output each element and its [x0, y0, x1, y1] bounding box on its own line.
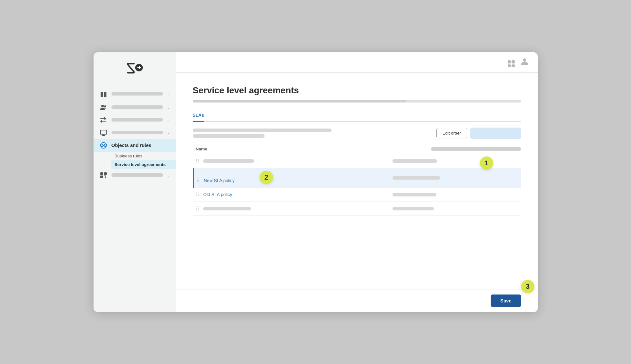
- row-extra-placeholder4: [393, 207, 434, 210]
- sla-policy-link-old[interactable]: Old SLA policy: [203, 192, 232, 197]
- nav-bar-channels: [111, 118, 163, 122]
- table-row: ⠿: [193, 202, 521, 215]
- sidebar-item-channels[interactable]: ⌄: [94, 114, 176, 126]
- edit-order-button[interactable]: Edit order: [436, 128, 467, 138]
- row-extra-placeholder: [393, 193, 436, 196]
- table-row: ⠿: [193, 154, 521, 168]
- sidebar-nav: ▮▮ ⌄ ⌄: [94, 87, 176, 308]
- table-row: ⠿ Old SLA policy: [193, 188, 521, 202]
- tabs: SLAs: [193, 109, 521, 122]
- progress-bar-fill: [193, 100, 406, 103]
- sidebar-item-people[interactable]: ⌄: [94, 101, 176, 114]
- people-icon: [99, 104, 108, 110]
- table-description: [193, 129, 432, 138]
- sidebar-item-apps[interactable]: ⌄: [94, 169, 176, 182]
- add-sla-button-placeholder[interactable]: [470, 128, 521, 139]
- row-extra-new-sla: [390, 168, 521, 188]
- svg-rect-13: [105, 175, 106, 177]
- chevron-icon: ⌄: [167, 173, 170, 177]
- svg-rect-1: [127, 72, 135, 73]
- sub-nav: Business rules Service level agreements: [94, 152, 176, 169]
- main-content: 1 Service level agreements SLAs Edi: [176, 52, 538, 312]
- page-title: Service level agreements: [193, 85, 521, 96]
- nav-bar-people: [111, 105, 163, 109]
- sidebar: ▮▮ ⌄ ⌄: [94, 52, 176, 312]
- apps-icon: [99, 172, 108, 178]
- svg-point-7: [104, 144, 107, 147]
- drag-handle[interactable]: ⠿: [196, 178, 202, 184]
- tab-slas[interactable]: SLAs: [193, 109, 204, 122]
- step-badge-1: 1: [480, 156, 493, 170]
- row-extra-old-sla: [390, 188, 521, 202]
- col-header-extra: [390, 144, 521, 154]
- step-badge-3: 3: [521, 280, 534, 293]
- svg-rect-5: [100, 130, 107, 134]
- row-drag-name-new-sla: 2 ⠿ New SLA policy: [193, 168, 390, 188]
- objects-rules-label: Objects and rules: [111, 142, 151, 148]
- svg-rect-9: [104, 172, 107, 175]
- svg-rect-8: [100, 172, 103, 175]
- svg-rect-10: [100, 175, 103, 178]
- app-frame: ▮▮ ⌄ ⌄: [93, 52, 538, 312]
- table-header-row: Edit order: [193, 122, 521, 142]
- chevron-icon: ⌄: [167, 130, 170, 135]
- sidebar-item-organization[interactable]: ▮▮ ⌄: [94, 87, 176, 101]
- nav-bar-org: [111, 92, 163, 96]
- desc-bar-short: [193, 134, 265, 138]
- logo-area: [94, 52, 176, 83]
- svg-point-14: [523, 58, 526, 62]
- progress-bar: [193, 100, 521, 103]
- table-row: 2 ⠿ New SLA policy: [193, 168, 521, 188]
- chevron-icon: ⌄: [167, 105, 170, 109]
- svg-point-6: [100, 144, 103, 147]
- footer-bar: 3 Save: [176, 289, 538, 312]
- grid-icon[interactable]: [508, 57, 515, 68]
- channels-icon: [99, 117, 108, 123]
- chevron-icon: ⌄: [167, 91, 170, 96]
- workspace-icon: [99, 129, 108, 136]
- svg-point-4: [104, 105, 106, 107]
- sidebar-item-objects-and-rules[interactable]: Objects and rules: [94, 139, 176, 152]
- row-drag-name: ⠿: [193, 154, 390, 168]
- topbar: [176, 52, 538, 73]
- row-name-placeholder4: [203, 207, 251, 210]
- sla-policy-link-new[interactable]: New SLA policy: [204, 178, 235, 183]
- drag-handle[interactable]: ⠿: [196, 158, 201, 164]
- row-extra-placeholder: [393, 176, 440, 180]
- row-extra-placeholder: [393, 159, 437, 163]
- desc-bar-long: [193, 129, 332, 132]
- svg-point-3: [101, 105, 104, 107]
- row-drag-name-placeholder4: ⠿: [193, 202, 390, 215]
- user-icon[interactable]: [520, 57, 529, 67]
- content-area: 1 Service level agreements SLAs Edi: [176, 73, 538, 289]
- col-header-name: Name: [193, 144, 390, 154]
- nav-bar-apps: [111, 173, 163, 177]
- objects-rules-icon: [99, 142, 108, 149]
- building-icon: ▮▮: [99, 90, 108, 98]
- row-name-placeholder: [203, 159, 254, 163]
- sidebar-item-workspace[interactable]: ⌄: [94, 126, 176, 139]
- row-extra: [390, 154, 521, 168]
- drag-handle[interactable]: ⠿: [196, 206, 201, 212]
- step-badge-2: 2: [260, 171, 273, 184]
- nav-bar-workspace: [111, 131, 163, 134]
- sla-table: Name ⠿: [193, 144, 521, 216]
- chevron-icon: ⌄: [167, 117, 170, 122]
- save-button[interactable]: Save: [491, 295, 521, 307]
- drag-handle[interactable]: ⠿: [196, 192, 201, 198]
- row-drag-name-old-sla: ⠿ Old SLA policy: [193, 188, 390, 202]
- zendesk-logo: [126, 61, 144, 75]
- row-extra-placeholder4: [390, 202, 521, 215]
- sidebar-item-business-rules[interactable]: Business rules: [111, 152, 176, 160]
- sidebar-item-service-level-agreements[interactable]: Service level agreements: [111, 160, 176, 169]
